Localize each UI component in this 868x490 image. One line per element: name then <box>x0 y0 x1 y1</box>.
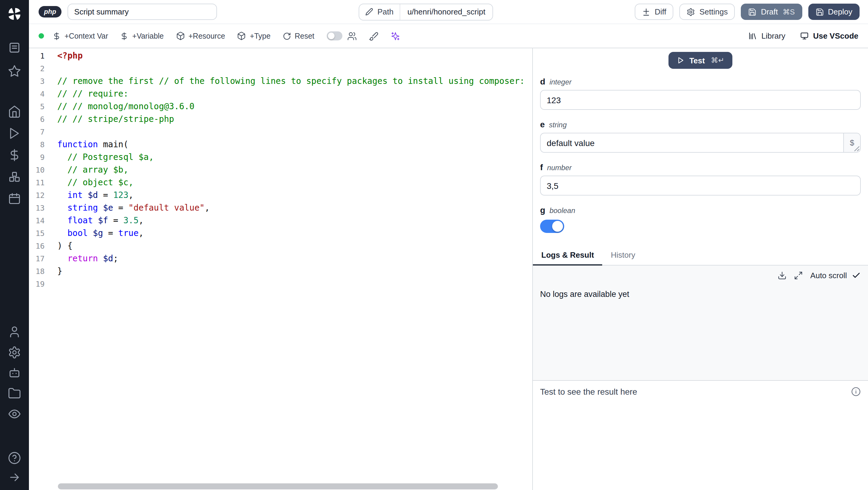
code-text: // // stripe/stripe-php <box>44 113 524 125</box>
multiplayer-toggle[interactable] <box>327 31 342 40</box>
code-text <box>44 62 524 75</box>
code-editor[interactable]: 1<?php23// remove the first // of the fo… <box>29 48 532 490</box>
line-number: 2 <box>29 62 44 75</box>
add-resource-button[interactable]: +Resource <box>176 31 225 40</box>
code-line: 9 // Postgresql $a, <box>29 151 532 164</box>
help-circle-icon <box>8 451 21 465</box>
sidebar-help-button[interactable] <box>8 451 21 465</box>
code-text: // array $b, <box>44 164 524 176</box>
code-line: 17 return $d; <box>29 252 532 265</box>
check-icon <box>852 271 861 280</box>
sidebar-settings-button[interactable] <box>8 346 21 359</box>
calendar-icon <box>8 192 21 205</box>
result-pane: Test to see the result here <box>533 380 868 490</box>
draft-button[interactable]: Draft ⌘S <box>741 4 802 20</box>
language-badge: php <box>38 6 61 18</box>
library-button[interactable]: Library <box>748 31 785 40</box>
sidebar-resources-button[interactable] <box>8 170 21 183</box>
arguments-form: d integer e string $ <box>533 69 868 235</box>
code-line: 1<?php <box>29 50 532 62</box>
download-logs-button[interactable] <box>778 271 787 280</box>
reset-icon <box>283 32 291 40</box>
sidebar-user-button[interactable] <box>8 325 21 339</box>
field-type: string <box>549 121 567 129</box>
settings-button[interactable]: Settings <box>680 4 735 20</box>
add-variable-button[interactable]: +Variable <box>120 32 164 40</box>
sidebar-audit-button[interactable] <box>8 407 21 421</box>
test-button[interactable]: Test ⌘↵ <box>668 52 733 69</box>
field-e-input[interactable] <box>540 133 861 153</box>
auto-scroll-checkbox[interactable]: Auto scroll <box>810 271 861 280</box>
tab-history[interactable]: History <box>602 246 644 265</box>
main-content: 1<?php23// remove the first // of the fo… <box>29 48 868 490</box>
tab-logs-result[interactable]: Logs & Result <box>533 246 602 265</box>
code-text: // remove the first // of the following … <box>44 75 524 87</box>
script-summary-input[interactable] <box>67 4 217 20</box>
code-lines: 1<?php23// remove the first // of the fo… <box>29 50 532 290</box>
use-vscode-label: Use VScode <box>813 31 858 40</box>
sidebar-expand-button[interactable] <box>8 471 21 484</box>
add-context-var-button[interactable]: +Context Var <box>53 32 108 40</box>
bot-icon <box>8 366 21 380</box>
users-icon <box>347 31 356 41</box>
add-resource-label: +Resource <box>188 32 225 40</box>
diff-button[interactable]: Diff <box>635 4 674 20</box>
line-number: 17 <box>29 252 44 265</box>
boolean-toggle[interactable] <box>540 220 564 233</box>
library-label: Library <box>761 31 785 40</box>
sidebar-runs-button[interactable] <box>8 127 21 140</box>
ai-assistant-button[interactable] <box>390 31 400 41</box>
sidebar <box>0 0 29 490</box>
field-d: d integer <box>540 77 861 110</box>
dollar-icon <box>8 148 21 162</box>
status-dot <box>38 33 44 39</box>
download-icon <box>778 271 787 280</box>
play-icon <box>677 57 684 64</box>
field-f-input[interactable] <box>540 176 861 196</box>
line-number: 3 <box>29 75 44 87</box>
deploy-button[interactable]: Deploy <box>808 4 860 20</box>
logs-pane: Auto scroll No logs are available yet <box>533 265 868 380</box>
toolbar-right: Library Use VScode <box>748 31 858 40</box>
code-line: 16) { <box>29 239 532 252</box>
sidebar-folders-button[interactable] <box>8 387 21 400</box>
horizontal-scrollbar[interactable] <box>58 483 498 489</box>
code-text: bool $g = true, <box>44 227 524 239</box>
sidebar-home-button[interactable] <box>8 105 21 118</box>
line-number: 11 <box>29 176 44 189</box>
sidebar-workers-button[interactable] <box>8 366 21 380</box>
edit-path-button[interactable]: Path <box>359 4 400 20</box>
code-line: 3// remove the first // of the following… <box>29 75 532 87</box>
windmill-logo[interactable] <box>7 6 22 22</box>
sidebar-variables-button[interactable] <box>8 148 21 162</box>
library-icon <box>748 31 757 40</box>
reset-label: Reset <box>295 32 314 40</box>
path-value: u/henri/honored_script <box>400 7 493 16</box>
gear-icon <box>687 7 695 16</box>
home-icon <box>8 105 21 118</box>
add-type-button[interactable]: +Type <box>237 31 271 40</box>
resize-grip-icon[interactable] <box>854 146 860 151</box>
package-icon <box>176 31 185 40</box>
field-f: f number <box>540 162 861 196</box>
sparkles-icon <box>390 31 400 41</box>
gear-icon <box>8 346 21 359</box>
maximize-icon <box>794 271 803 280</box>
sidebar-notebook-button[interactable] <box>8 41 21 54</box>
info-icon[interactable] <box>851 387 861 397</box>
line-number: 14 <box>29 214 44 227</box>
reset-button[interactable]: Reset <box>283 32 314 40</box>
field-name: g <box>540 205 545 215</box>
sidebar-group-bottom <box>8 325 21 421</box>
expand-logs-button[interactable] <box>794 271 803 280</box>
code-line: 10 // array $b, <box>29 164 532 176</box>
use-vscode-button[interactable]: Use VScode <box>800 31 858 40</box>
code-text: function main( <box>44 138 524 151</box>
code-text <box>44 125 524 138</box>
field-d-input[interactable] <box>540 90 861 110</box>
field-e: e string $ <box>540 119 861 153</box>
format-code-button[interactable] <box>369 31 378 41</box>
sidebar-schedules-button[interactable] <box>8 192 21 205</box>
sidebar-favorites-button[interactable] <box>8 64 21 78</box>
code-line: 15 bool $g = true, <box>29 227 532 239</box>
